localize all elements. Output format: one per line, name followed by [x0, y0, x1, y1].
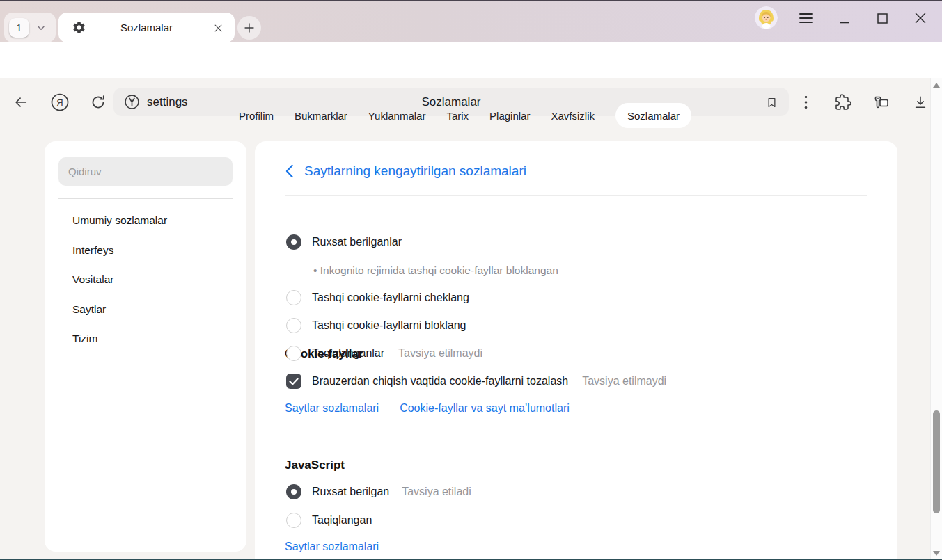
new-tab-button[interactable] — [237, 16, 261, 40]
search-input[interactable] — [58, 157, 233, 186]
radio-row-bloklang: Tashqi cookie-fayllarni bloklang — [286, 318, 466, 333]
divider — [285, 195, 867, 196]
link-cookie-sayt-malumotlari[interactable]: Cookie-fayllar va sayt ma’lumotlari — [400, 402, 570, 415]
chevron-down-icon[interactable] — [36, 22, 47, 33]
link-saytlar-sozlamalari[interactable]: Saytlar sozlamalari — [285, 402, 379, 415]
section-back-title[interactable]: Saytlarning kengaytirilgan sozlamalari — [304, 163, 526, 179]
radio-row-ruxsat-berilganlar: Ruxsat berilganlar — [286, 234, 402, 250]
cookie-note: • Inkognito rejimida tashqi cookie-fayll… — [313, 264, 558, 277]
radio-unselected[interactable] — [286, 346, 301, 361]
sidebar-item-tizim[interactable]: Tizim — [72, 333, 97, 345]
radio-row-taqiqlanganlar: Taqiqlanganlar Tavsiya etilmaydi — [286, 346, 482, 361]
nav-tab-profilim[interactable]: Profilim — [239, 110, 274, 122]
chevron-left-icon[interactable] — [285, 164, 294, 178]
nav-tab-sozlamalar[interactable]: Sozlamalar — [615, 103, 691, 128]
close-window-button[interactable] — [910, 8, 931, 29]
nav-tab-bukmarklar[interactable]: Bukmarklar — [295, 110, 347, 122]
radio-label[interactable]: Ruxsat berilgan — [312, 486, 389, 498]
profile-avatar[interactable] — [755, 6, 778, 29]
tab-title: Sozlamalar — [58, 22, 235, 33]
minimize-button[interactable] — [834, 8, 855, 29]
hint-text: Tavsiya etiladi — [402, 486, 471, 498]
radio-label[interactable]: Tashqi cookie-fayllarni bloklang — [312, 319, 466, 332]
radio-selected[interactable] — [286, 484, 301, 499]
sidebar-item-umumiy[interactable]: Umumiy sozlamalar — [72, 214, 167, 227]
tab-close-icon[interactable] — [210, 19, 226, 36]
javascript-links: Saytlar sozlamalari — [285, 541, 379, 553]
radio-row-js-taqiqlangan: Taqiqlangan — [286, 513, 372, 528]
radio-row-js-ruxsat: Ruxsat berilgan Tavsiya etiladi — [286, 484, 471, 499]
nav-tab-xavfsizlik[interactable]: Xavfsizlik — [551, 110, 595, 122]
radio-label[interactable]: Tashqi cookie-fayllarni cheklang — [312, 291, 469, 304]
checkbox-label[interactable]: Brauzerdan chiqish vaqtida cookie-faylla… — [312, 375, 568, 387]
radio-label[interactable]: Ruxsat berilganlar — [312, 236, 402, 248]
settings-nav: Profilim Bukmarklar Yuklanmalar Tarix Pl… — [0, 102, 930, 129]
javascript-section-heading: JavaScript — [285, 458, 345, 472]
radio-selected[interactable] — [286, 234, 301, 250]
sidebar-item-saytlar[interactable]: Saytlar — [72, 303, 106, 316]
browser-tab[interactable]: Sozlamalar — [58, 13, 235, 42]
checkbox-checked[interactable] — [286, 374, 301, 389]
divider — [58, 198, 233, 199]
scrollbar[interactable] — [930, 78, 942, 560]
nav-tab-plaginlar[interactable]: Plaginlar — [489, 110, 530, 122]
browser-toolbar: Я settings Sozlamalar — [0, 42, 942, 78]
maximize-button[interactable] — [872, 8, 893, 29]
nav-tab-yuklanmalar[interactable]: Yuklanmalar — [368, 110, 426, 122]
tab-count-badge[interactable]: 1 — [9, 18, 29, 38]
radio-label[interactable]: Taqiqlanganlar — [312, 347, 384, 360]
sidebar-item-interfeys[interactable]: Interfeys — [72, 244, 113, 257]
settings-content: Saytlarning kengaytirilgan sozlamalari C… — [255, 141, 897, 560]
tab-strip: 1 Sozlamalar — [0, 0, 942, 42]
radio-unselected[interactable] — [286, 513, 301, 528]
radio-row-cheklang: Tashqi cookie-fayllarni cheklang — [286, 290, 469, 305]
link-saytlar-sozlamalari[interactable]: Saytlar sozlamalari — [285, 541, 379, 553]
settings-sidebar: Umumiy sozlamalar Interfeys Vositalar Sa… — [45, 141, 246, 552]
back-link[interactable]: Saytlarning kengaytirilgan sozlamalari — [285, 163, 526, 179]
browser-window: 1 Sozlamalar — [0, 0, 942, 560]
hint-text: Tavsiya etilmaydi — [398, 347, 482, 360]
sidebar-item-vositalar[interactable]: Vositalar — [72, 273, 113, 286]
nav-tab-tarix[interactable]: Tarix — [446, 110, 469, 122]
menu-hamburger-icon[interactable] — [795, 8, 816, 29]
radio-unselected[interactable] — [286, 318, 301, 333]
tab-group-button[interactable]: 1 — [4, 13, 56, 42]
radio-unselected[interactable] — [286, 290, 301, 305]
scroll-up-icon[interactable] — [933, 83, 940, 88]
radio-label[interactable]: Taqiqlangan — [312, 514, 372, 527]
scroll-down-icon[interactable] — [933, 551, 940, 556]
hint-text: Tavsiya etilmaydi — [582, 375, 666, 387]
checkbox-row-cookie-clear: Brauzerdan chiqish vaqtida cookie-faylla… — [286, 374, 666, 389]
scrollbar-thumb[interactable] — [933, 410, 940, 513]
cookie-links: Saytlar sozlamalari Cookie-fayllar va sa… — [285, 402, 570, 415]
